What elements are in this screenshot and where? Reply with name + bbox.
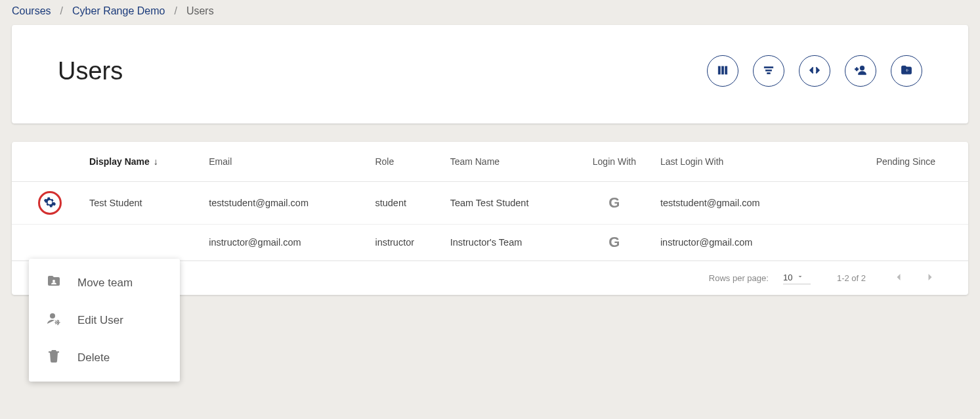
- cell-pending: [821, 225, 968, 261]
- rows-per-page-value: 10: [783, 273, 792, 282]
- cell-role: student: [370, 182, 444, 225]
- cell-team: Instructor's Team: [445, 225, 574, 261]
- menu-label: Edit User: [77, 314, 123, 327]
- breadcrumb-separator: /: [174, 5, 177, 17]
- chevron-left-icon: [892, 271, 905, 286]
- menu-delete[interactable]: Delete: [29, 339, 180, 376]
- table-row: Test Student teststudent@gmail.com stude…: [12, 182, 968, 225]
- users-table: Display Name ↓ Email Role Team Name Logi…: [12, 142, 968, 261]
- menu-move-team[interactable]: Move team: [29, 264, 180, 301]
- menu-label: Delete: [77, 351, 110, 364]
- rows-per-page-select[interactable]: 10: [783, 273, 811, 284]
- column-label: Display Name: [89, 156, 150, 167]
- svg-rect-3: [764, 66, 773, 68]
- menu-label: Move team: [77, 276, 133, 290]
- cell-role: instructor: [370, 225, 444, 261]
- page-header: Users: [12, 25, 968, 123]
- filter-icon: [763, 64, 775, 78]
- cell-last-login: teststudent@gmail.com: [655, 182, 821, 225]
- user-gear-icon: [46, 311, 62, 330]
- svg-rect-8: [856, 67, 857, 70]
- header-actions: [707, 55, 922, 87]
- breadcrumb-current: Users: [186, 5, 214, 17]
- column-team[interactable]: Team Name: [445, 142, 574, 182]
- svg-rect-5: [767, 72, 771, 74]
- row-actions-button[interactable]: [38, 191, 62, 215]
- column-actions: [12, 142, 84, 182]
- cell-display-name: [84, 225, 203, 261]
- gear-icon: [43, 196, 56, 211]
- next-page-button[interactable]: [924, 271, 937, 286]
- chevron-down-icon: [796, 273, 804, 282]
- breadcrumb-separator: /: [60, 5, 63, 17]
- breadcrumb-link-courses[interactable]: Courses: [12, 5, 51, 17]
- table-row: instructor@gmail.com instructor Instruct…: [12, 225, 968, 261]
- column-last-login[interactable]: Last Login With: [655, 142, 821, 182]
- breadcrumb: Courses / Cyber Range Demo / Users: [0, 0, 980, 25]
- google-icon: G: [608, 234, 620, 250]
- arrow-down-icon: ↓: [154, 156, 158, 167]
- breadcrumb-link-course[interactable]: Cyber Range Demo: [72, 5, 165, 17]
- svg-point-11: [53, 280, 55, 282]
- rows-per-page-label: Rows per page:: [709, 273, 769, 283]
- svg-rect-2: [725, 66, 727, 74]
- prev-page-button[interactable]: [892, 271, 905, 286]
- code-icon: [809, 64, 820, 78]
- folder-person-icon: [46, 273, 62, 292]
- cell-display-name: Test Student: [84, 182, 203, 225]
- svg-point-12: [50, 313, 55, 319]
- page-title: Users: [58, 57, 123, 85]
- pagination-range: 1-2 of 2: [837, 273, 866, 283]
- columns-button[interactable]: [707, 55, 738, 87]
- add-user-button[interactable]: [845, 55, 876, 87]
- filter-button[interactable]: [753, 55, 784, 87]
- cell-team: Team Test Student: [445, 182, 574, 225]
- folder-add-icon: [900, 64, 913, 79]
- person-add-icon: [854, 64, 867, 79]
- column-role[interactable]: Role: [370, 142, 444, 182]
- cell-email: teststudent@gmail.com: [203, 182, 370, 225]
- cell-pending: [821, 182, 968, 225]
- svg-rect-10: [906, 68, 908, 72]
- google-icon: G: [608, 194, 620, 211]
- svg-point-6: [860, 66, 864, 70]
- column-email[interactable]: Email: [203, 142, 370, 182]
- code-button[interactable]: [799, 55, 830, 87]
- trash-icon: [46, 348, 62, 367]
- column-pending[interactable]: Pending Since: [821, 142, 968, 182]
- cell-last-login: instructor@gmail.com: [655, 225, 821, 261]
- row-context-menu: Move team Edit User Delete: [29, 259, 180, 382]
- cell-email: instructor@gmail.com: [203, 225, 370, 261]
- column-login-with[interactable]: Login With: [574, 142, 655, 182]
- svg-rect-4: [766, 70, 772, 71]
- chevron-right-icon: [924, 271, 937, 286]
- add-folder-button[interactable]: [891, 55, 922, 87]
- menu-edit-user[interactable]: Edit User: [29, 301, 180, 339]
- column-display-name[interactable]: Display Name ↓: [84, 142, 203, 182]
- svg-rect-1: [722, 66, 724, 74]
- columns-icon: [717, 64, 729, 78]
- svg-rect-0: [718, 66, 720, 74]
